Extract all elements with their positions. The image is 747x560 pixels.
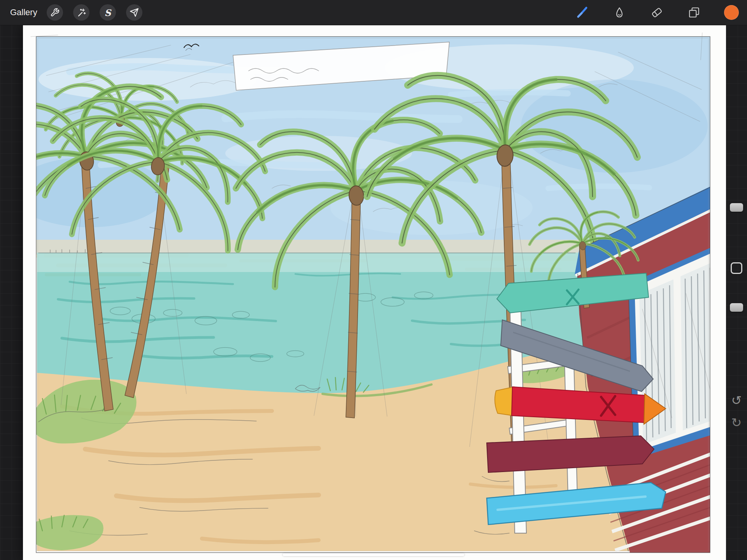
erase-tool-button[interactable] [649,5,665,20]
selection-button[interactable]: S [100,4,116,21]
transform-button[interactable] [126,4,142,21]
brush-icon [576,6,588,19]
selection-s-icon: S [104,8,111,17]
smudge-icon [614,7,625,18]
redo-button[interactable]: ↻ [729,415,744,430]
gallery-button[interactable]: Gallery [10,7,37,18]
undo-button[interactable]: ↺ [729,393,744,408]
adjustments-button[interactable] [73,4,89,21]
sidebar: ↺ ↻ [726,25,747,560]
actions-button[interactable] [47,4,63,21]
workspace-background-left [0,25,23,560]
wrench-icon [50,8,60,17]
paint-tool-button[interactable] [574,5,590,20]
toolbar-right-group [574,5,747,20]
color-button[interactable] [724,5,739,20]
modify-button[interactable] [731,262,742,274]
tool-buttons-group: S [47,4,142,21]
artwork-beach-sketch [23,25,726,560]
top-toolbar: Gallery S [0,0,747,25]
layers-icon [688,7,700,18]
brush-size-slider[interactable] [730,203,743,212]
eraser-icon [651,7,663,18]
layers-button[interactable] [686,5,702,20]
workspace: ↺ ↻ [0,25,747,560]
drawing-canvas[interactable] [23,25,726,560]
procreate-app: Gallery S [0,0,747,560]
color-swatch-icon [724,5,739,20]
magic-wand-icon [77,8,86,17]
opacity-slider[interactable] [730,303,743,312]
smudge-tool-button[interactable] [612,5,627,20]
sign-red-yellow-tip [495,387,514,416]
toolbar-left-group: Gallery S [0,4,142,21]
home-indicator[interactable] [283,553,464,556]
transform-arrow-icon [130,8,139,17]
